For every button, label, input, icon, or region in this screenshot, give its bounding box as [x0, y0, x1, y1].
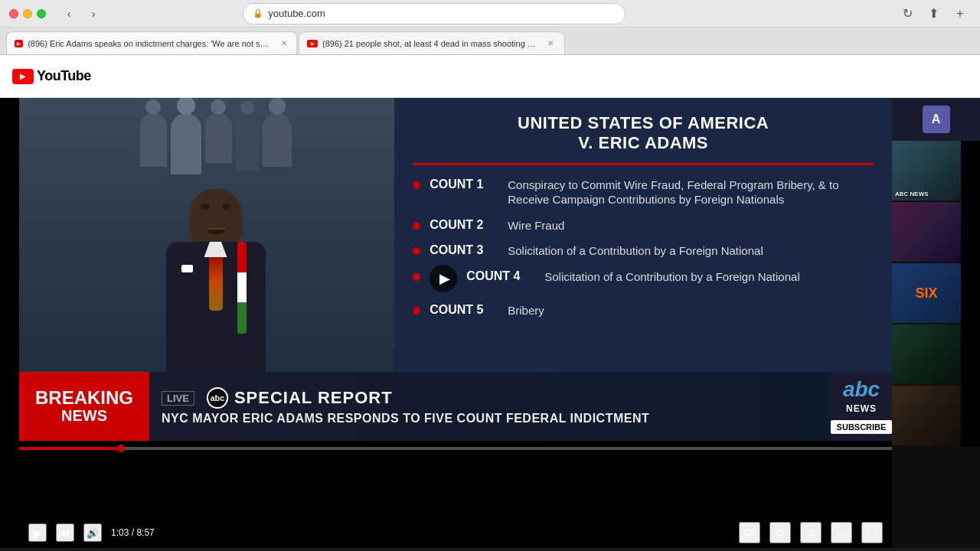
youtube-logo[interactable]: ▶ YouTube — [12, 68, 91, 84]
url-text: youtube.com — [268, 8, 325, 19]
youtube-header: ▶ YouTube — [0, 55, 980, 98]
tab-2-close[interactable]: ✕ — [544, 37, 557, 50]
traffic-lights — [9, 9, 46, 18]
address-bar[interactable]: 🔒 youtube.com — [243, 3, 626, 24]
count-desc-4: Solicitation of a Contribution by a Fore… — [544, 269, 800, 285]
six-text: SIX — [915, 285, 937, 302]
count-bullet-1 — [413, 181, 420, 189]
share-button[interactable]: ⬆ — [923, 3, 945, 24]
count-item-3: COUNT 3 Solicitation of a Contribution b… — [413, 243, 874, 259]
fullscreen-button[interactable]: ⛶ — [861, 522, 883, 543]
mute-button[interactable]: 🔊 — [83, 523, 102, 542]
miniplayer-button[interactable]: ⧉ — [800, 522, 822, 543]
count-label-2: COUNT 2 — [430, 218, 498, 232]
count-item-1: COUNT 1 Conspiracy to Commit Wire Fraud,… — [413, 178, 874, 207]
count-bullet-2 — [413, 222, 420, 230]
lock-icon: 🔒 — [253, 8, 263, 18]
count-label-1: COUNT 1 — [430, 178, 498, 191]
indictment-title-line2: v. ERIC ADAMS — [413, 133, 874, 153]
special-report-text: SPECIAL REPORT — [234, 388, 393, 408]
sidebar-thumb-1[interactable]: ABC NEWS — [892, 141, 961, 202]
progress-bar-fill — [19, 447, 121, 450]
count-desc-2: Wire Fraud — [508, 218, 564, 233]
count-desc-1: Conspiracy to Commit Wire Fraud, Federal… — [508, 178, 874, 207]
tab-2-favicon — [307, 40, 318, 47]
count-bullet-5 — [413, 307, 420, 315]
tab-2-label: (896) 21 people shot, at least 4 dead in… — [322, 39, 537, 48]
back-button[interactable]: ‹ — [58, 3, 80, 24]
toolbar-right: ↻ ⬆ + — [897, 3, 971, 24]
youtube-logo-text: YouTube — [37, 68, 91, 84]
count-item-5: COUNT 5 Bribery — [413, 303, 874, 318]
right-side-panel: A ABC NEWS SIX — [892, 98, 980, 548]
live-badge: LIVE — [162, 391, 194, 406]
count-item-4: COUNT 4 Solicitation of a Contribution b… — [413, 269, 874, 292]
tab-1-close[interactable]: ✕ — [279, 37, 289, 50]
new-tab-button[interactable]: + — [949, 3, 971, 24]
tab-1[interactable]: (896) Eric Adams speaks on indictment ch… — [6, 31, 297, 54]
sidebar-thumb-2[interactable] — [892, 202, 961, 263]
red-divider — [413, 163, 874, 165]
total-time: 8:57 — [136, 527, 154, 538]
title-bar: ‹ › 🔒 youtube.com ↻ ⬆ + — [0, 0, 980, 28]
count-list: COUNT 1 Conspiracy to Commit Wire Fraud,… — [413, 178, 874, 318]
abc-logo-large: abc — [843, 379, 880, 400]
play-pause-button[interactable]: ▶ — [28, 523, 47, 542]
abc-logo-small: abc — [207, 387, 228, 409]
youtube-logo-icon: ▶ — [12, 69, 34, 84]
maximize-button[interactable] — [37, 9, 46, 18]
tab-1-favicon — [15, 40, 23, 47]
count-bullet-4 — [413, 273, 420, 281]
crowd-row-1 — [19, 113, 412, 174]
close-button[interactable] — [9, 9, 18, 18]
progress-bar-container[interactable] — [19, 441, 892, 450]
right-panel-top: A — [892, 98, 980, 141]
time-display: 1:03 / 8:57 — [111, 527, 155, 538]
breaking-news-middle: LIVE abc SPECIAL REPORT NYC MAYOR ERIC A… — [149, 381, 831, 432]
progress-bar-background[interactable] — [19, 447, 892, 450]
tab-1-label: (896) Eric Adams speaks on indictment ch… — [28, 39, 271, 48]
count-item-2: COUNT 2 Wire Fraud — [413, 218, 874, 233]
sidebar-thumb-5[interactable] — [892, 386, 961, 447]
controls-bar: ▶ ⏮ 🔊 1:03 / 8:57 CC ⚙ ⧉ ▭ ⛶ — [19, 517, 892, 548]
tab-bar: (896) Eric Adams speaks on indictment ch… — [0, 28, 980, 55]
indictment-title-line1: UNITED STATES OF AMERICA — [413, 113, 874, 133]
breaking-label: BREAKING — [35, 389, 133, 407]
count-bullet-3 — [413, 247, 420, 255]
a-button[interactable]: A — [923, 106, 950, 133]
video-frame[interactable]: CASE SO I CAN TAKE CARE OF THE CITY. MY … — [19, 98, 892, 441]
count-label-3: COUNT 3 — [430, 243, 498, 257]
abc-subscribe-area: abc NEWS SUBSCRIBE — [831, 372, 892, 441]
breaking-news-left: BREAKING NEWS — [19, 372, 149, 441]
progress-dot — [117, 445, 125, 452]
theater-button[interactable]: ▭ — [831, 522, 852, 543]
breaking-news-bar: BREAKING NEWS LIVE abc SPECIAL REPORT NY… — [19, 372, 892, 441]
main-speaker-figure — [155, 188, 277, 395]
subscribe-button[interactable]: SUBSCRIBE — [831, 420, 892, 434]
current-time: 1:03 — [111, 527, 129, 538]
play-button[interactable] — [430, 265, 457, 292]
abc-news-header: LIVE abc SPECIAL REPORT — [162, 387, 818, 409]
sidebar-thumb-3[interactable]: SIX — [892, 263, 961, 324]
count-desc-3: Solicitation of a Contribution by a Fore… — [508, 243, 763, 259]
minimize-button[interactable] — [23, 9, 32, 18]
abc-news-text: NEWS — [846, 403, 877, 414]
nav-buttons: ‹ › — [58, 3, 104, 24]
skip-back-button[interactable]: ⏮ — [56, 523, 74, 542]
indictment-title: UNITED STATES OF AMERICA v. ERIC ADAMS — [413, 113, 874, 154]
count-desc-5: Bribery — [508, 303, 544, 318]
forward-button[interactable]: › — [83, 3, 104, 24]
tab-2[interactable]: (896) 21 people shot, at least 4 dead in… — [299, 31, 565, 54]
sidebar-fill — [892, 447, 980, 548]
news-label: NEWS — [61, 407, 107, 425]
captions-button[interactable]: CC — [739, 522, 760, 543]
headline-text: NYC MAYOR ERIC ADAMS RESPONDS TO FIVE CO… — [162, 412, 818, 425]
count-label-5: COUNT 5 — [430, 303, 498, 317]
video-container: CASE SO I CAN TAKE CARE OF THE CITY. MY … — [19, 98, 892, 548]
settings-button[interactable]: ⚙ — [769, 522, 791, 543]
reload-button[interactable]: ↻ — [897, 3, 919, 24]
left-side-panel — [0, 98, 19, 548]
count-label-4: COUNT 4 — [466, 269, 535, 283]
sidebar-thumb-4[interactable] — [892, 324, 961, 386]
